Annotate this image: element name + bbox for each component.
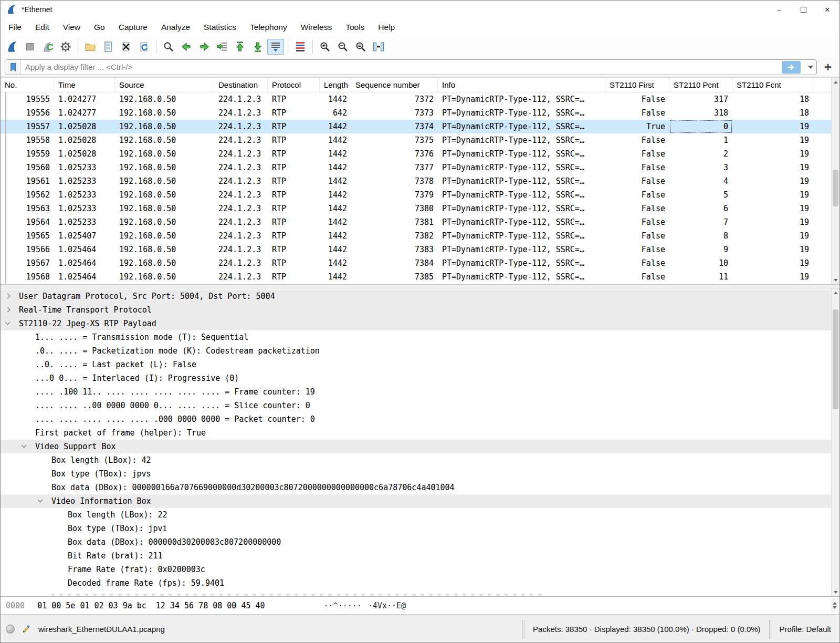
column-header-info[interactable]: Info (438, 78, 605, 92)
cell-seq[interactable]: 7380 (351, 202, 438, 215)
cell-seq[interactable]: 7373 (351, 106, 438, 120)
detail-line[interactable]: 1... .... = Transmission mode (T): Seque… (1, 330, 831, 344)
cell-pcnt[interactable]: 4 (669, 174, 732, 188)
cell-pcnt[interactable]: 6 (669, 202, 732, 215)
start-capture-button[interactable] (4, 39, 20, 55)
cell-protocol[interactable]: RTP (268, 270, 320, 284)
restart-capture-button[interactable] (39, 39, 56, 55)
cell-protocol[interactable]: RTP (268, 188, 320, 202)
cell-fcnt[interactable]: 18 (732, 106, 813, 120)
cell-source[interactable]: 192.168.0.50 (115, 202, 214, 215)
cell-protocol[interactable]: RTP (268, 161, 320, 174)
cell-pcnt[interactable]: 8 (669, 229, 732, 243)
cell-fcnt[interactable]: 19 (732, 256, 813, 270)
find-packet-button[interactable] (160, 39, 177, 55)
detail-line[interactable]: Video Information Box (1, 494, 831, 508)
cell-fcnt[interactable]: 19 (732, 188, 813, 202)
packet-row[interactable]: 195661.025464192.168.0.50224.1.2.3RTP144… (1, 243, 839, 256)
cell-first[interactable]: False (605, 202, 669, 215)
cell-pcnt[interactable]: 5 (669, 188, 732, 202)
cell-no[interactable]: 19558 (1, 133, 54, 147)
cell-info[interactable]: PT=DynamicRTP-Type-112, SSRC=… (438, 120, 605, 133)
packet-row[interactable]: 195571.025028192.168.0.50224.1.2.3RTP144… (1, 120, 839, 133)
cell-seq[interactable]: 7378 (351, 174, 438, 188)
cell-info[interactable]: PT=DynamicRTP-Type-112, SSRC=… (438, 106, 605, 120)
detail-line[interactable]: Box length (LBox): 42 (1, 453, 831, 467)
cell-destination[interactable]: 224.1.2.3 (214, 202, 268, 215)
cell-no[interactable]: 19561 (1, 174, 54, 188)
cell-protocol[interactable]: RTP (268, 202, 320, 215)
detail-line[interactable]: .... .... ..00 0000 0000 0... .... .... … (1, 399, 831, 412)
cell-source[interactable]: 192.168.0.50 (115, 133, 214, 147)
cell-source[interactable]: 192.168.0.50 (115, 243, 214, 256)
cell-pcnt[interactable]: 3 (669, 161, 732, 174)
cell-pcnt[interactable]: 10 (669, 256, 732, 270)
cell-info[interactable]: PT=DynamicRTP-Type-112, SSRC=… (438, 188, 605, 202)
cell-time[interactable]: 1.024277 (54, 106, 115, 120)
column-header-first[interactable]: ST2110 First (605, 78, 669, 92)
cell-source[interactable]: 192.168.0.50 (115, 174, 214, 188)
go-first-button[interactable] (232, 39, 248, 55)
cell-length[interactable]: 1442 (320, 133, 351, 147)
cell-pcnt[interactable]: 11 (669, 270, 732, 284)
cell-fcnt[interactable]: 19 (732, 243, 813, 256)
packet-row[interactable]: 195631.025233192.168.0.50224.1.2.3RTP144… (1, 202, 839, 215)
cell-info[interactable]: PT=DynamicRTP-Type-112, SSRC=… (438, 256, 605, 270)
scrollbar-thumb[interactable] (833, 309, 838, 409)
cell-source[interactable]: 192.168.0.50 (115, 161, 214, 174)
cell-destination[interactable]: 224.1.2.3 (214, 120, 268, 133)
cell-protocol[interactable]: RTP (268, 243, 320, 256)
cell-info[interactable]: PT=DynamicRTP-Type-112, SSRC=… (438, 174, 605, 188)
cell-fcnt[interactable]: 19 (732, 215, 813, 229)
detail-line[interactable]: Box data (DBox): 000000166a707669000000d… (1, 481, 831, 494)
zoom-out-button[interactable] (334, 39, 351, 55)
packet-bytes-pane[interactable]: 000001 00 5e 01 02 03 9a bc12 34 56 78 0… (1, 596, 839, 614)
cell-pcnt[interactable]: 2 (669, 147, 732, 161)
detail-line[interactable]: ST2110-22 Jpeg-XS RTP Payload (1, 317, 831, 330)
detail-scrollbar[interactable] (831, 288, 839, 596)
cell-seq[interactable]: 7374 (351, 120, 438, 133)
cell-source[interactable]: 192.168.0.50 (115, 92, 214, 106)
scroll-down-arrow[interactable] (832, 276, 839, 284)
annotation-edit-button[interactable] (21, 624, 31, 634)
cell-no[interactable]: 19559 (1, 147, 54, 161)
menu-analyze[interactable]: Analyze (154, 20, 197, 35)
filter-dropdown-button[interactable] (804, 60, 816, 75)
column-header-seq[interactable]: Sequence number (351, 78, 438, 92)
cell-no[interactable]: 19567 (1, 256, 54, 270)
cell-time[interactable]: 1.025233 (54, 174, 115, 188)
cell-protocol[interactable]: RTP (268, 256, 320, 270)
cell-pcnt[interactable]: 9 (669, 243, 732, 256)
add-filter-button[interactable]: + (821, 60, 835, 75)
cell-seq[interactable]: 7383 (351, 243, 438, 256)
cell-destination[interactable]: 224.1.2.3 (214, 106, 268, 120)
cell-destination[interactable]: 224.1.2.3 (214, 161, 268, 174)
cell-time[interactable]: 1.025028 (54, 147, 115, 161)
go-to-packet-button[interactable] (214, 39, 230, 55)
cell-time[interactable]: 1.025233 (54, 215, 115, 229)
cell-length[interactable]: 1442 (320, 174, 351, 188)
menu-wireless[interactable]: Wireless (294, 20, 339, 35)
chevron-down-icon[interactable] (5, 320, 10, 325)
cell-source[interactable]: 192.168.0.50 (115, 270, 214, 284)
cell-fcnt[interactable]: 19 (732, 174, 813, 188)
chevron-right-icon[interactable] (5, 307, 10, 313)
cell-protocol[interactable]: RTP (268, 147, 320, 161)
cell-first[interactable]: False (605, 188, 669, 202)
close-button[interactable]: ✕ (815, 1, 839, 18)
cell-info[interactable]: PT=DynamicRTP-Type-112, SSRC=… (438, 270, 605, 284)
cell-no[interactable]: 19564 (1, 215, 54, 229)
cell-first[interactable]: False (605, 161, 669, 174)
close-file-button[interactable] (118, 39, 134, 55)
scroll-down-arrow[interactable] (832, 588, 839, 596)
cell-length[interactable]: 1442 (320, 270, 351, 284)
cell-destination[interactable]: 224.1.2.3 (214, 270, 268, 284)
cell-pcnt[interactable]: 318 (669, 106, 732, 120)
stop-capture-button[interactable] (22, 39, 38, 55)
cell-first[interactable]: False (605, 229, 669, 243)
detail-line[interactable]: Bit Rate (brat): 211 (1, 549, 831, 563)
zoom-in-button[interactable] (317, 39, 333, 55)
detail-line[interactable]: ..0. .... = Last packet (L): False (1, 358, 831, 371)
display-filter-input[interactable] (21, 63, 782, 71)
cell-source[interactable]: 192.168.0.50 (115, 147, 214, 161)
